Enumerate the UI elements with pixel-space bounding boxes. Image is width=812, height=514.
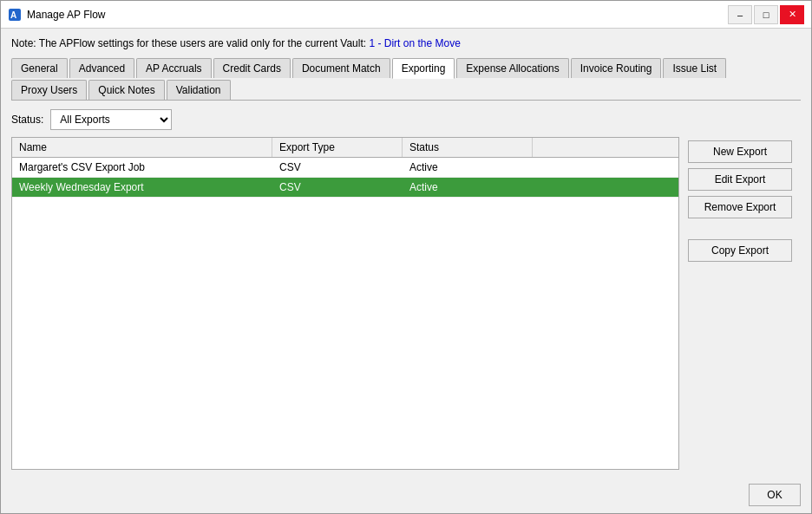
maximize-button[interactable]: □: [754, 5, 778, 24]
main-area: Status: All ExportsActiveInactive Name E…: [11, 109, 801, 470]
status-select[interactable]: All ExportsActiveInactive: [50, 109, 172, 130]
cell-export-type: CSV: [272, 178, 403, 197]
vault-name: 1 - Dirt on the Move: [369, 37, 460, 49]
table-body: Margaret's CSV Export JobCSVActiveWeekly…: [12, 158, 678, 465]
tab-expense-allocations[interactable]: Expense Allocations: [456, 58, 568, 78]
table-header: Name Export Type Status: [12, 138, 678, 158]
cell-extra: [533, 178, 678, 197]
cell-status: Active: [403, 158, 533, 177]
window-content: Note: The APFlow settings for these user…: [1, 29, 811, 478]
tabs-container: GeneralAdvancedAP AccrualsCredit CardsDo…: [11, 58, 801, 101]
copy-export-button[interactable]: Copy Export: [688, 239, 792, 262]
new-export-button[interactable]: New Export: [688, 140, 792, 163]
tab-quick-notes[interactable]: Quick Notes: [88, 80, 164, 100]
table-row[interactable]: Weekly Wednesday ExportCSVActive: [12, 178, 678, 198]
tab-invoice-routing[interactable]: Invoice Routing: [571, 58, 662, 78]
app-icon: A: [8, 8, 22, 22]
close-button[interactable]: ✕: [780, 5, 804, 24]
cell-name: Margaret's CSV Export Job: [12, 158, 272, 177]
minimize-button[interactable]: –: [728, 5, 752, 24]
tab-document-match[interactable]: Document Match: [292, 58, 390, 78]
cell-export-type: CSV: [272, 158, 403, 177]
main-window: A Manage AP Flow – □ ✕ Note: The APFlow …: [0, 0, 812, 514]
table-row[interactable]: Margaret's CSV Export JobCSVActive: [12, 158, 678, 178]
col-extra: [533, 138, 678, 157]
col-status: Status: [403, 138, 533, 157]
tab-proxy-users[interactable]: Proxy Users: [11, 80, 87, 100]
cell-status: Active: [403, 178, 533, 197]
note-text: The APFlow settings for these users are …: [39, 37, 370, 49]
ok-button[interactable]: OK: [749, 484, 801, 506]
edit-export-button[interactable]: Edit Export: [688, 168, 792, 191]
tab-exporting[interactable]: Exporting: [392, 58, 455, 79]
cell-name: Weekly Wednesday Export: [12, 178, 272, 197]
status-row: Status: All ExportsActiveInactive: [11, 109, 679, 130]
col-export-type: Export Type: [272, 138, 403, 157]
status-label: Status:: [11, 114, 43, 126]
tab-advanced[interactable]: Advanced: [69, 58, 134, 78]
left-panel: Status: All ExportsActiveInactive Name E…: [11, 109, 679, 470]
note-bar: Note: The APFlow settings for these user…: [11, 36, 801, 51]
exports-table: Name Export Type Status Margaret's CSV E…: [11, 137, 679, 470]
svg-text:A: A: [10, 10, 16, 20]
col-name: Name: [12, 138, 272, 157]
tab-validation[interactable]: Validation: [167, 80, 231, 100]
title-bar: A Manage AP Flow – □ ✕: [1, 1, 811, 29]
tab-general[interactable]: General: [11, 58, 68, 78]
right-panel: New Export Edit Export Remove Export Cop…: [688, 109, 801, 470]
remove-export-button[interactable]: Remove Export: [688, 196, 792, 218]
window-title: Manage AP Flow: [27, 9, 728, 21]
bottom-bar: OK: [1, 478, 811, 513]
cell-extra: [533, 158, 678, 177]
tab-credit-cards[interactable]: Credit Cards: [213, 58, 291, 78]
note-prefix: Note:: [11, 37, 36, 49]
tab-issue-list[interactable]: Issue List: [663, 58, 726, 78]
tab-ap-accruals[interactable]: AP Accruals: [136, 58, 211, 78]
window-controls: – □ ✕: [728, 5, 804, 24]
